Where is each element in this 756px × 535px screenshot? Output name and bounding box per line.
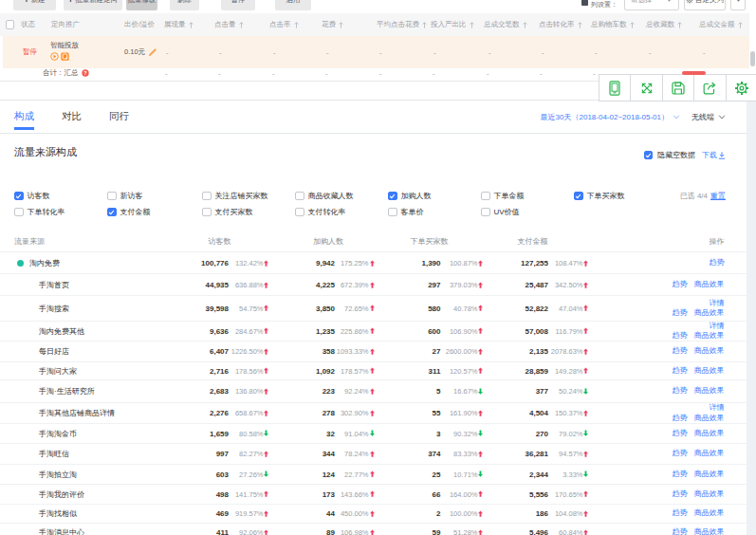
trend-link[interactable]: 趋势 (673, 489, 688, 497)
creative-icon[interactable] (61, 52, 69, 61)
save-button[interactable] (663, 75, 694, 101)
product-effect-link[interactable]: 商品效果 (694, 280, 725, 288)
product-effect-link[interactable]: 商品效果 (694, 527, 725, 535)
more-button[interactable] (730, 0, 746, 10)
metric-checkbox[interactable] (295, 208, 304, 217)
column-header[interactable]: 总成交笔数 (484, 13, 527, 36)
trend-link[interactable]: 趋势 (673, 508, 688, 517)
detail-link[interactable]: 详情 (710, 321, 725, 329)
metric-filter[interactable]: 客单价 (388, 207, 424, 217)
column-header[interactable]: 状态 (21, 13, 35, 36)
download-link[interactable]: 下载 (702, 150, 726, 160)
column-header[interactable]: 平均点击花费 (377, 13, 427, 36)
promotion-name[interactable]: 智能投放 (50, 41, 79, 50)
source-name[interactable]: 淘内免费其他 (39, 325, 84, 336)
metric-filter[interactable]: 支付金额 (107, 207, 151, 217)
metric-filter[interactable]: 商品收藏人数 (295, 191, 354, 201)
toolbar-button[interactable]: + 批量新建定向 (64, 0, 122, 10)
column-header[interactable]: 出价/溢价 (124, 13, 155, 36)
metric-checkbox[interactable] (14, 208, 24, 217)
metric-filter[interactable]: 下单转化率 (14, 207, 65, 217)
channel-selector[interactable]: 无线端 (691, 112, 714, 122)
source-name[interactable]: 手淘其他店铺商品详情 (39, 408, 115, 418)
hide-empty-toggle[interactable]: 隐藏空数据 下载 (644, 150, 727, 160)
trend-link[interactable]: 趋势 (673, 308, 688, 317)
column-header[interactable]: 总收藏数 (646, 13, 682, 36)
metric-checkbox[interactable] (388, 208, 397, 217)
product-effect-link[interactable]: 商品效果 (694, 331, 725, 340)
trend-link[interactable]: 趋势 (710, 258, 725, 267)
trend-link[interactable]: 趋势 (673, 469, 688, 477)
source-name[interactable]: 手淘找相似 (39, 508, 77, 519)
metric-checkbox[interactable] (481, 192, 490, 201)
trend-link[interactable]: 趋势 (673, 280, 688, 288)
source-name[interactable]: 每日好店 (39, 346, 69, 357)
bulk-select[interactable]: 请选择 (624, 0, 679, 10)
toolbar-button[interactable]: + 新建 (13, 0, 56, 10)
metric-checkbox[interactable] (107, 208, 117, 217)
metric-checkbox[interactable] (14, 192, 24, 201)
source-name[interactable]: 手淘旺信 (39, 449, 69, 459)
detail-link[interactable]: 详情 (710, 403, 725, 412)
metric-filter[interactable]: 关注店铺买家数 (202, 191, 268, 201)
metric-checkbox[interactable] (481, 208, 490, 217)
column-header[interactable]: 花费 (322, 13, 343, 36)
promotion-row[interactable]: 暂停 智能投放 0.10元 - - (3, 36, 749, 68)
product-effect-link[interactable]: 商品效果 (694, 346, 725, 355)
metric-filter[interactable]: 访客数 (14, 191, 50, 201)
settings-button[interactable] (727, 75, 756, 101)
trend-link[interactable]: 趋势 (673, 346, 688, 355)
toolbar-button[interactable]: 删除 (170, 0, 199, 10)
product-effect-link[interactable]: 商品效果 (694, 489, 725, 497)
fullscreen-button[interactable] (631, 75, 662, 101)
source-name[interactable]: 手淘拍立淘 (39, 469, 77, 479)
column-header[interactable]: 点击率 (269, 13, 299, 36)
hide-empty-checkbox[interactable] (644, 151, 654, 160)
select-all-checkbox[interactable] (6, 20, 15, 29)
trend-link[interactable]: 趋势 (673, 386, 688, 395)
question-icon[interactable]: ? (82, 69, 89, 77)
play-circle-icon[interactable] (50, 52, 59, 61)
column-header[interactable]: 展现量 (164, 13, 194, 36)
product-effect-link[interactable]: 商品效果 (694, 508, 725, 517)
metric-filter[interactable]: UV价值 (481, 207, 520, 217)
source-name[interactable]: 手淘淘金币 (39, 428, 77, 438)
product-effect-link[interactable]: 商品效果 (694, 469, 725, 477)
column-header[interactable]: 点击转化率 (539, 13, 582, 36)
source-name[interactable]: 淘内免费 (29, 258, 60, 268)
metric-filter[interactable]: 下单金额 (481, 191, 525, 201)
trend-link[interactable]: 趋势 (673, 527, 688, 535)
trend-link[interactable]: 趋势 (673, 413, 688, 421)
metric-filter[interactable]: 下单买家数 (574, 191, 625, 201)
source-name[interactable]: 手淘我的评价 (39, 489, 84, 499)
source-name[interactable]: 手淘问大家 (39, 365, 77, 376)
column-header[interactable]: 总成交金额 (699, 13, 743, 36)
trend-link[interactable]: 趋势 (673, 365, 688, 374)
detail-link[interactable]: 详情 (710, 298, 725, 306)
tab[interactable]: 构成 (14, 101, 34, 133)
metric-filter[interactable]: 支付买家数 (202, 207, 253, 217)
product-effect-link[interactable]: 商品效果 (694, 449, 725, 457)
toolbar-button[interactable]: 启用 (275, 0, 311, 10)
mobile-preview-button[interactable] (599, 75, 631, 101)
trend-link[interactable]: 趋势 (673, 429, 688, 437)
vertical-scrollbar[interactable] (750, 51, 755, 66)
source-name[interactable]: 手淘·生活研究所 (39, 386, 95, 397)
product-effect-link[interactable]: 商品效果 (694, 365, 725, 374)
column-header[interactable]: 定向推广 (51, 13, 80, 36)
metric-filter[interactable]: 支付转化率 (295, 207, 346, 217)
customize-columns-button[interactable]: 自定义列 (684, 0, 726, 10)
metric-checkbox[interactable] (202, 208, 212, 217)
share-button[interactable] (694, 75, 726, 101)
date-range-selector[interactable]: 最近30天（2018-04-02~2018-05-01） (541, 112, 669, 122)
toolbar-button[interactable]: 暂停 (221, 0, 255, 10)
metric-checkbox[interactable] (295, 192, 304, 201)
source-name[interactable]: 手淘首页 (39, 280, 69, 290)
reset-link[interactable]: 重置 (710, 191, 726, 201)
metric-checkbox[interactable] (388, 192, 397, 201)
toolbar-button[interactable]: 批量修改 (126, 0, 157, 10)
edit-pencil-icon[interactable] (148, 47, 157, 57)
product-effect-link[interactable]: 商品效果 (694, 413, 725, 421)
metric-filter[interactable]: 加购人数 (388, 191, 432, 201)
column-header[interactable]: 总购物车数 (591, 13, 635, 36)
